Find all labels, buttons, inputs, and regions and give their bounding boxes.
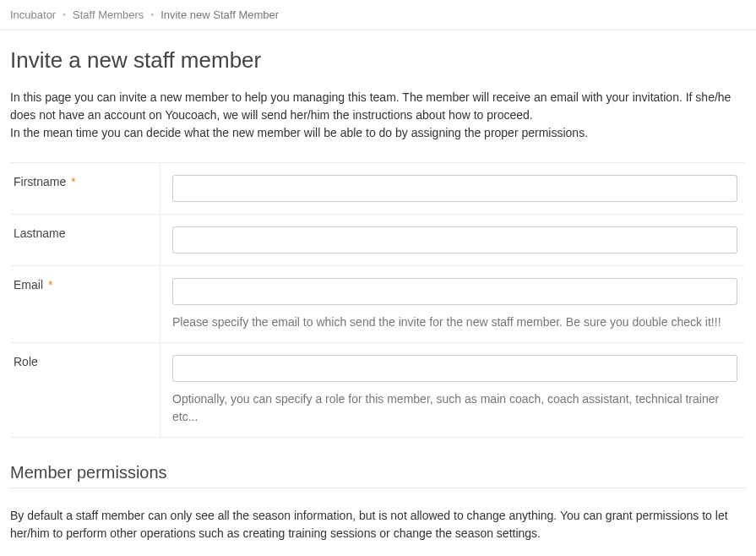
permissions-text: By default a staff member can only see a… [10, 507, 746, 542]
breadcrumb-separator: • [150, 8, 155, 21]
breadcrumb-link-staff-members[interactable]: Staff Members [73, 8, 144, 21]
intro-line-1: In this page you can invite a new member… [10, 90, 731, 122]
section-divider [10, 488, 746, 488]
required-marker: * [71, 175, 75, 188]
breadcrumb-separator: • [63, 8, 67, 21]
firstname-label: Firstname * [10, 163, 160, 214]
page-title: Invite a new staff member [10, 47, 746, 74]
page-content: Invite a new staff member In this page y… [0, 30, 756, 556]
role-input[interactable] [172, 355, 737, 382]
email-label: Email * [10, 266, 160, 342]
breadcrumb: Incubator • Staff Members • Invite new S… [0, 0, 756, 30]
form-row-email: Email * Please specify the email to whic… [10, 265, 746, 342]
intro-line-2: In the mean time you can decide what the… [10, 126, 588, 139]
email-input[interactable] [172, 278, 737, 305]
breadcrumb-link-incubator[interactable]: Incubator [10, 8, 56, 21]
lastname-input[interactable] [172, 226, 737, 253]
role-help-text: Optionally, you can specify a role for t… [172, 390, 737, 425]
form-row-role: Role Optionally, you can specify a role … [10, 342, 746, 438]
invite-form: Firstname * Lastname Email * Please spec… [10, 162, 746, 438]
intro-text: In this page you can invite a new member… [10, 89, 746, 142]
required-marker: * [48, 278, 52, 292]
breadcrumb-current: Invite new Staff Member [160, 8, 279, 21]
email-help-text: Please specify the email to which send t… [172, 313, 737, 330]
lastname-label: Lastname [10, 215, 160, 265]
form-row-lastname: Lastname [10, 214, 746, 265]
role-label: Role [10, 343, 160, 437]
permissions-heading: Member permissions [10, 463, 746, 482]
firstname-input[interactable] [172, 175, 737, 202]
form-row-firstname: Firstname * [10, 162, 746, 214]
